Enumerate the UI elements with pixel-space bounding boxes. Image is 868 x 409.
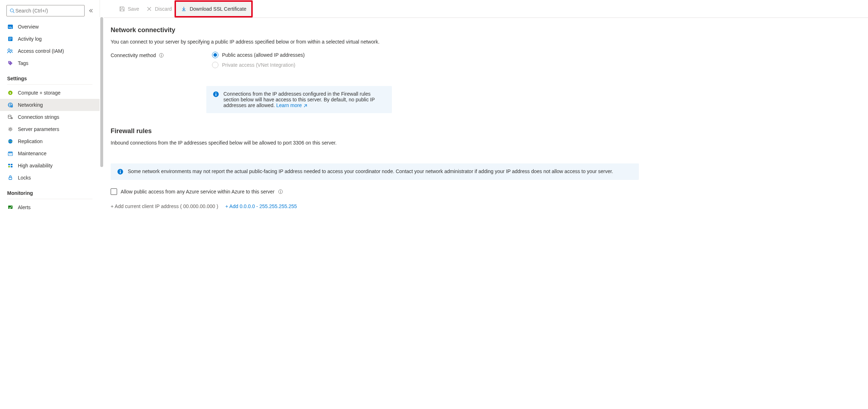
high-availability-icon <box>7 162 14 169</box>
svg-point-41 <box>120 170 121 171</box>
sidebar-item-access-control[interactable]: Access control (IAM) <box>0 45 100 57</box>
svg-point-0 <box>10 9 14 12</box>
search-input-wrapper[interactable] <box>6 5 85 16</box>
networking-icon <box>7 102 14 108</box>
activity-log-icon <box>7 36 14 42</box>
svg-point-17 <box>8 115 11 116</box>
sidebar-item-label: Activity log <box>18 36 42 42</box>
svg-point-8 <box>8 49 10 51</box>
svg-rect-36 <box>161 55 161 56</box>
sidebar-item-alerts[interactable]: Alerts <box>0 201 100 213</box>
external-link-icon <box>303 104 307 108</box>
firewall-rules-description: Inbound connections from the IP addresse… <box>111 140 639 146</box>
sidebar-item-networking[interactable]: Networking <box>0 99 100 111</box>
svg-rect-24 <box>8 152 12 153</box>
radio-label: Public access (allowed IP addresses) <box>222 52 305 58</box>
svg-rect-31 <box>9 177 12 180</box>
svg-text:$: $ <box>10 91 11 95</box>
sidebar-item-label: Overview <box>18 24 39 30</box>
sidebar-item-label: Locks <box>18 175 31 181</box>
sidebar-item-locks[interactable]: Locks <box>0 172 100 184</box>
download-ssl-highlight: Download SSL Certificate <box>175 0 253 17</box>
svg-point-44 <box>280 191 281 191</box>
svg-rect-26 <box>11 153 11 154</box>
sidebar-item-label: Alerts <box>18 204 31 210</box>
sidebar: My Overview Activity log Access control … <box>0 0 100 409</box>
nav-section-settings-title: Settings <box>0 71 100 83</box>
info-icon[interactable] <box>159 53 164 58</box>
info-icon <box>213 91 219 97</box>
radio-label: Private access (VNet Integration) <box>222 62 295 68</box>
sidebar-item-label: Access control (IAM) <box>18 48 64 54</box>
maintenance-icon <box>7 150 14 157</box>
gear-icon <box>7 126 14 132</box>
mysql-icon: My <box>7 24 14 30</box>
discard-button-label: Discard <box>155 6 172 12</box>
sidebar-item-connection-strings[interactable]: Connection strings <box>0 111 100 123</box>
download-icon <box>181 6 187 12</box>
sidebar-item-label: Networking <box>18 102 43 108</box>
svg-point-35 <box>161 54 162 55</box>
sidebar-item-tags[interactable]: Tags <box>0 57 100 69</box>
discard-button[interactable]: Discard <box>143 4 175 14</box>
svg-line-1 <box>13 12 15 13</box>
add-current-client-ip[interactable]: + Add current client IP address ( 00.000… <box>111 203 218 209</box>
save-button[interactable]: Save <box>116 4 143 14</box>
save-icon <box>119 6 125 12</box>
info-icon[interactable] <box>278 189 283 194</box>
sidebar-item-label: Connection strings <box>18 114 59 120</box>
add-ip-range-link[interactable]: + Add 0.0.0.0 - 255.255.255.255 <box>225 203 297 209</box>
sidebar-item-activity-log[interactable]: Activity log <box>0 33 100 45</box>
alerts-icon <box>7 204 14 211</box>
tag-icon <box>7 60 14 66</box>
sidebar-item-label: Tags <box>18 60 29 66</box>
nav-settings: $ Compute + storage Networking Connectio… <box>0 85 100 186</box>
download-ssl-button[interactable]: Download SSL Certificate <box>176 2 251 16</box>
sidebar-item-maintenance[interactable]: Maintenance <box>0 147 100 160</box>
allow-public-access-label: Allow public access from any Azure servi… <box>121 189 274 195</box>
svg-point-10 <box>9 62 10 62</box>
svg-rect-28 <box>11 164 12 165</box>
people-icon <box>7 48 14 54</box>
svg-rect-25 <box>9 153 10 154</box>
firewall-rules-heading: Firewall rules <box>111 127 639 135</box>
sidebar-item-server-parameters[interactable]: Server parameters <box>0 123 100 135</box>
svg-point-20 <box>10 128 11 130</box>
learn-more-link[interactable]: Learn more <box>276 102 307 108</box>
sidebar-item-label: Server parameters <box>18 126 59 132</box>
network-connectivity-heading: Network connectivity <box>111 26 639 34</box>
info-text: Connections from the IP addresses config… <box>223 91 385 108</box>
globe-icon <box>7 138 14 145</box>
sidebar-item-overview[interactable]: My Overview <box>0 21 100 33</box>
toolbar: Save Discard Download SSL Certificate <box>100 0 868 18</box>
close-icon <box>146 6 152 12</box>
save-button-label: Save <box>128 6 139 12</box>
svg-text:My: My <box>9 26 12 29</box>
svg-point-9 <box>11 50 12 51</box>
chevron-double-left-icon <box>89 8 94 13</box>
svg-rect-19 <box>11 118 12 118</box>
svg-rect-23 <box>8 152 12 156</box>
radio-private-access: Private access (VNet Integration) <box>212 62 305 68</box>
svg-rect-30 <box>11 166 12 167</box>
sidebar-item-label: Maintenance <box>18 151 46 156</box>
sidebar-item-high-availability[interactable]: High availability <box>0 160 100 172</box>
sidebar-item-label: High availability <box>18 163 52 168</box>
sidebar-item-compute-storage[interactable]: $ Compute + storage <box>0 87 100 99</box>
nav-general: My Overview Activity log Access control … <box>0 19 100 71</box>
search-input[interactable] <box>15 7 81 14</box>
svg-rect-29 <box>8 166 10 167</box>
connectivity-method-label: Connectivity method <box>111 52 212 58</box>
nav-monitoring: Alerts <box>0 199 100 216</box>
sidebar-scrollbar[interactable] <box>100 17 104 409</box>
lock-icon <box>7 175 14 181</box>
radio-public-access[interactable]: Public access (allowed IP addresses) <box>212 52 305 58</box>
connection-strings-icon <box>7 114 14 120</box>
allow-public-access-checkbox[interactable] <box>111 188 117 195</box>
compute-storage-icon: $ <box>7 90 14 96</box>
sidebar-collapse-button[interactable] <box>87 7 95 14</box>
svg-rect-7 <box>9 40 11 40</box>
svg-rect-39 <box>216 94 216 96</box>
info-text: Some network environments may not report… <box>128 168 613 174</box>
sidebar-item-replication[interactable]: Replication <box>0 135 100 147</box>
